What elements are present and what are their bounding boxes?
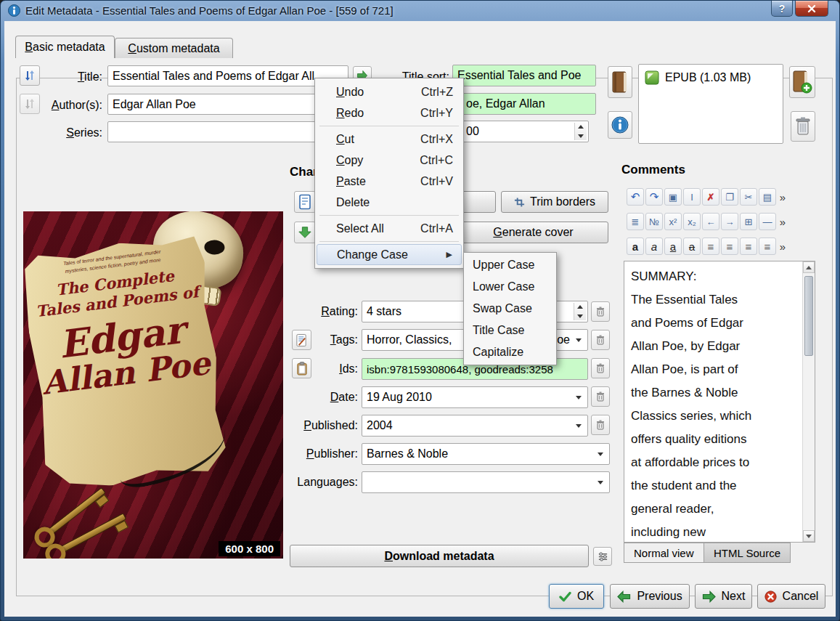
swap-title-author-button[interactable] (20, 65, 40, 86)
menu-item-paste[interactable]: PasteCtrl+V (315, 171, 463, 192)
set-cover-from-format-button[interactable] (608, 66, 632, 98)
previous-button[interactable]: Previous (610, 584, 690, 609)
help-label: ? (779, 3, 786, 15)
indent-icon[interactable]: → (721, 213, 738, 230)
scroll-down-button[interactable] (803, 530, 815, 542)
dropdown-arrow-icon[interactable] (576, 338, 582, 342)
copy-icon[interactable]: ❐ (721, 188, 738, 206)
menu-item-copy[interactable]: CopyCtrl+C (315, 150, 463, 171)
underline-icon[interactable]: a (664, 238, 682, 255)
download-metadata-button[interactable]: Download metadata (290, 545, 589, 567)
menu-item-redo[interactable]: RedoCtrl+Y (315, 102, 463, 123)
tab-basic-metadata[interactable]: Basic metadata (15, 36, 115, 58)
tab-html-source[interactable]: HTML Source (704, 543, 791, 563)
menu-item-change-case[interactable]: Change Case▶ (317, 244, 462, 265)
scrollbar-thumb[interactable] (804, 276, 813, 356)
cancel-button[interactable]: Cancel (757, 584, 825, 609)
rating-label: Rating: (298, 305, 358, 318)
horizontal-rule-icon[interactable]: ― (759, 213, 776, 230)
remove-format-button[interactable] (791, 111, 815, 142)
formats-list[interactable]: EPUB (1.03 MB) (638, 64, 783, 144)
generate-cover-button[interactable]: Generate cover (458, 222, 608, 243)
toolbar-overflow-icon[interactable]: » (778, 213, 788, 230)
dropdown-arrow-icon[interactable] (598, 452, 603, 456)
trim-borders-button[interactable]: Trim borders (501, 191, 608, 213)
menu-item-capitalize[interactable]: Capitalize (464, 341, 556, 363)
spinner-arrows[interactable] (574, 123, 587, 140)
languages-field[interactable] (362, 471, 610, 493)
tab-normal-view[interactable]: Normal view (624, 543, 704, 563)
comment-line: SUMMARY: (631, 265, 796, 288)
edit-metadata-window: Edit Metadata - Essential Tales and Poem… (0, 0, 840, 621)
comments-editor[interactable]: SUMMARY:The Essential Talesand Poems of … (624, 261, 815, 543)
menu-item-title-case[interactable]: Title Case (464, 320, 556, 341)
subscript-icon[interactable]: x₂ (683, 213, 701, 230)
paste-identifier-button[interactable] (292, 358, 311, 378)
menu-item-select-all[interactable]: Select AllCtrl+A (315, 218, 463, 239)
series-index-spinner[interactable]: 00 (452, 121, 589, 142)
undo-icon[interactable]: ↶ (627, 188, 644, 206)
table-icon[interactable]: ⊞ (740, 213, 757, 230)
comments-scrollbar[interactable] (802, 261, 815, 542)
dropdown-arrow-icon[interactable] (598, 481, 603, 484)
menu-item-cut[interactable]: CutCtrl+X (315, 129, 463, 150)
comments-toolbar-row1: ↶↷▣I✗❐✂▤» (627, 188, 788, 206)
select-all-icon[interactable]: ▣ (664, 188, 682, 206)
add-format-button[interactable] (789, 66, 815, 98)
title-input[interactable] (107, 65, 348, 86)
scroll-up-button[interactable] (803, 261, 815, 273)
authors-input[interactable] (107, 94, 348, 115)
align-center-icon[interactable]: ≡ (721, 238, 738, 255)
title-sort-field[interactable]: Essential Tales and Poe (452, 65, 596, 86)
toolbar-overflow-icon[interactable]: » (778, 238, 788, 255)
format-info-button[interactable] (608, 111, 632, 139)
series-input[interactable] (107, 121, 348, 142)
comments-text[interactable]: SUMMARY:The Essential Talesand Poems of … (625, 261, 802, 541)
ok-button[interactable]: OK (549, 584, 604, 609)
align-justify-icon[interactable]: ≡ (759, 238, 776, 255)
paste-icon[interactable]: ▤ (759, 188, 776, 206)
cut-icon[interactable]: ✂ (740, 188, 757, 206)
clear-date-button[interactable] (591, 386, 610, 407)
menu-item-swap-case[interactable]: Swap Case (464, 298, 556, 320)
outdent-icon[interactable]: ← (702, 213, 719, 230)
tab-custom-metadata[interactable]: Custom metadata (115, 38, 233, 58)
info-icon (611, 116, 629, 134)
configure-download-button[interactable] (593, 547, 612, 566)
align-left-icon[interactable]: ≡ (702, 238, 719, 255)
book-cover-image[interactable]: Tales of terror and the supernatural, mu… (23, 211, 283, 559)
numbered-list-icon[interactable]: № (645, 213, 663, 230)
menu-item-upper-case[interactable]: Upper Case (464, 254, 556, 276)
download-cover-icon-button[interactable] (294, 222, 316, 243)
bold-icon[interactable]: a (627, 238, 644, 255)
next-button[interactable]: Next (695, 584, 752, 609)
italic-icon[interactable]: a (645, 238, 663, 255)
titlebar[interactable]: Edit Metadata - Essential Tales and Poem… (1, 1, 839, 21)
superscript-icon[interactable]: x² (664, 213, 682, 230)
clear-ids-button[interactable] (591, 358, 610, 378)
browse-cover-icon-button[interactable] (294, 191, 316, 213)
date-field[interactable]: 19 Aug 2010 (362, 386, 588, 408)
spinner-arrows[interactable] (574, 303, 586, 320)
menu-item-lower-case[interactable]: Lower Case (464, 276, 556, 298)
author-sort-field[interactable]: oe, Edgar Allan (452, 93, 596, 115)
strikethrough-icon[interactable]: a (683, 238, 701, 255)
align-right-icon[interactable]: ≡ (740, 238, 757, 255)
help-button[interactable]: ? (771, 1, 793, 17)
dropdown-arrow-icon[interactable] (576, 424, 582, 428)
publisher-field[interactable]: Barnes & Noble (362, 443, 610, 465)
insert-text-icon[interactable]: I (683, 188, 701, 206)
clear-tags-button[interactable] (591, 330, 610, 350)
toolbar-overflow-icon[interactable]: » (778, 188, 788, 206)
published-field[interactable]: 2004 (362, 415, 588, 437)
close-button[interactable] (795, 1, 828, 17)
clear-rating-button[interactable] (591, 301, 610, 322)
clear-format-icon[interactable]: ✗ (702, 188, 719, 206)
dropdown-arrow-icon[interactable] (576, 396, 582, 399)
bullet-list-icon[interactable]: ≣ (627, 213, 644, 230)
menu-item-undo[interactable]: UndoCtrl+Z (315, 81, 463, 102)
redo-icon[interactable]: ↷ (645, 188, 663, 206)
open-tag-editor-button[interactable] (292, 330, 311, 350)
clear-published-button[interactable] (591, 415, 610, 435)
menu-item-delete[interactable]: Delete (315, 192, 463, 213)
